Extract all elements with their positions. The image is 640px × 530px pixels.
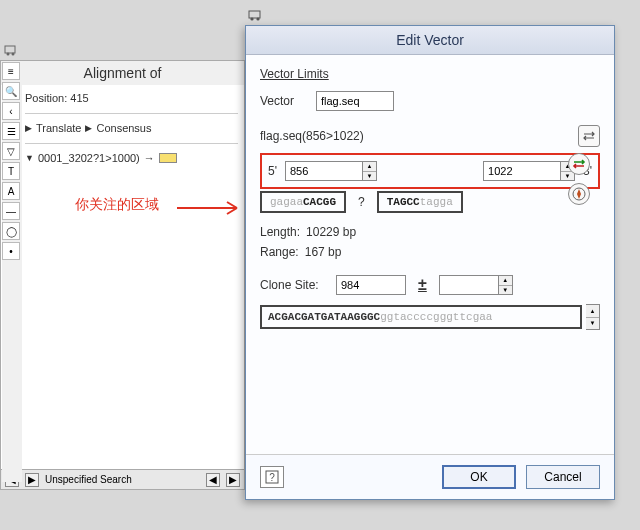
flag-range-label: flag.seq(856>1022) bbox=[260, 129, 364, 143]
translate-row: ▶ Translate ▶ Consensus bbox=[25, 119, 238, 137]
clone-site-label: Clone Site: bbox=[260, 278, 330, 292]
limit-box: 5' ▲ ▼ ▲ ▼ 3' bbox=[260, 153, 600, 189]
plus-minus-label: ± bbox=[418, 276, 427, 294]
tool-dna-icon[interactable]: ≡ bbox=[2, 62, 20, 80]
tool-prev-icon[interactable]: ‹ bbox=[2, 102, 20, 120]
clone-seq-box: ACGACGATGATAAGGGCggtaccccgggttcgaa bbox=[260, 305, 582, 329]
consensus-label[interactable]: Consensus bbox=[96, 122, 151, 134]
range-label: Range: bbox=[260, 245, 299, 259]
clone-site-input[interactable] bbox=[336, 275, 406, 295]
spin-down-icon[interactable]: ▼ bbox=[586, 318, 599, 330]
length-row: Length: 10229 bp bbox=[260, 225, 600, 239]
spin-up-icon[interactable]: ▲ bbox=[586, 305, 599, 318]
status-text: Unspecified Search bbox=[45, 474, 132, 485]
scroll-left2-icon[interactable]: ◀ bbox=[206, 473, 220, 487]
length-value: 10229 bp bbox=[306, 225, 356, 239]
range-value: 167 bp bbox=[305, 245, 342, 259]
length-label: Length: bbox=[260, 225, 300, 239]
arrow-icon: → bbox=[144, 152, 155, 164]
tool-search-icon[interactable]: 🔍 bbox=[2, 82, 20, 100]
spin-down-icon[interactable]: ▼ bbox=[499, 286, 512, 295]
position-value: 415 bbox=[70, 92, 88, 104]
dialog-title: Edit Vector bbox=[246, 26, 614, 55]
pm-spinner[interactable]: ▲ ▼ bbox=[499, 275, 513, 295]
tri-down-icon[interactable]: ▼ bbox=[25, 153, 34, 163]
left-toolbar: ≡ 🔍 ‹ ☰ ▽ T A — ◯ • bbox=[2, 62, 22, 482]
svg-point-5 bbox=[256, 17, 259, 20]
sequence-row[interactable]: ▼ 0001_3202?1>1000) → bbox=[25, 149, 238, 167]
position-label: Position: bbox=[25, 92, 67, 104]
vector-input[interactable] bbox=[316, 91, 394, 111]
status-bar: ◀ ▶ Unspecified Search ◀ ▶ bbox=[1, 469, 244, 489]
dialog-cart-icon bbox=[246, 4, 266, 24]
range-row: Range: 167 bp bbox=[260, 245, 600, 259]
svg-rect-0 bbox=[5, 46, 15, 53]
seq-name: 0001_3202?1>1000) bbox=[38, 152, 140, 164]
tool-bars-icon[interactable]: ☰ bbox=[2, 122, 20, 140]
ok-button[interactable]: OK bbox=[442, 465, 516, 489]
range-label-row: flag.seq(856>1022) bbox=[260, 125, 600, 147]
spin-down-icon[interactable]: ▼ bbox=[363, 172, 376, 181]
alignment-title: Alignment of bbox=[1, 61, 244, 85]
alignment-window: Alignment of Position: 415 ▶ Translate ▶… bbox=[0, 60, 245, 490]
dialog-footer: ? OK Cancel bbox=[246, 454, 614, 499]
vector-label: Vector bbox=[260, 94, 310, 108]
plus-minus-input[interactable] bbox=[439, 275, 499, 295]
seq-right-box: TAGCCtagga bbox=[377, 191, 463, 213]
clone-site-row: Clone Site: ± ▲ ▼ bbox=[260, 275, 600, 295]
clone-seq-spinner[interactable]: ▲ ▼ bbox=[586, 304, 600, 330]
tool-dot-icon[interactable]: • bbox=[2, 242, 20, 260]
spin-up-icon[interactable]: ▲ bbox=[363, 162, 376, 172]
seq-preview-row: gagaaCACGG ? TAGCCtagga bbox=[260, 191, 600, 213]
edit-vector-dialog: Edit Vector Vector Limits Vector flag.se… bbox=[245, 25, 615, 500]
three-prime-input[interactable] bbox=[483, 161, 561, 181]
five-prime-input[interactable] bbox=[285, 161, 363, 181]
bg-cart-icon bbox=[2, 40, 20, 58]
svg-point-1 bbox=[7, 53, 10, 56]
tri-icon[interactable]: ▶ bbox=[25, 123, 32, 133]
svg-rect-3 bbox=[249, 11, 260, 18]
seq-question: ? bbox=[358, 195, 365, 209]
translate-label[interactable]: Translate bbox=[36, 122, 81, 134]
spin-up-icon[interactable]: ▲ bbox=[499, 276, 512, 286]
seq-bar-icon bbox=[159, 153, 177, 163]
section-vector-limits: Vector Limits bbox=[260, 67, 600, 81]
scroll-right2-icon[interactable]: ▶ bbox=[226, 473, 240, 487]
tool-text-icon[interactable]: A bbox=[2, 182, 20, 200]
svg-point-4 bbox=[250, 17, 253, 20]
position-row: Position: 415 bbox=[25, 89, 238, 107]
five-prime-spinner[interactable]: ▲ ▼ bbox=[363, 161, 377, 181]
five-prime-label: 5' bbox=[268, 164, 277, 178]
help-button[interactable]: ? bbox=[260, 466, 284, 488]
tool-triangle-icon[interactable]: ▽ bbox=[2, 142, 20, 160]
tool-t-icon[interactable]: T bbox=[2, 162, 20, 180]
vector-field-row: Vector bbox=[260, 91, 600, 111]
swap-direction-button[interactable] bbox=[568, 153, 590, 175]
scroll-right-icon[interactable]: ▶ bbox=[25, 473, 39, 487]
compass-icon[interactable] bbox=[568, 183, 590, 205]
cancel-button[interactable]: Cancel bbox=[526, 465, 600, 489]
range-toggle-icon[interactable] bbox=[578, 125, 600, 147]
tool-line-icon[interactable]: — bbox=[2, 202, 20, 220]
tri-icon[interactable]: ▶ bbox=[85, 123, 92, 133]
seq-left-box: gagaaCACGG bbox=[260, 191, 346, 213]
tool-circle-icon[interactable]: ◯ bbox=[2, 222, 20, 240]
svg-point-2 bbox=[12, 53, 15, 56]
svg-text:?: ? bbox=[269, 472, 275, 483]
